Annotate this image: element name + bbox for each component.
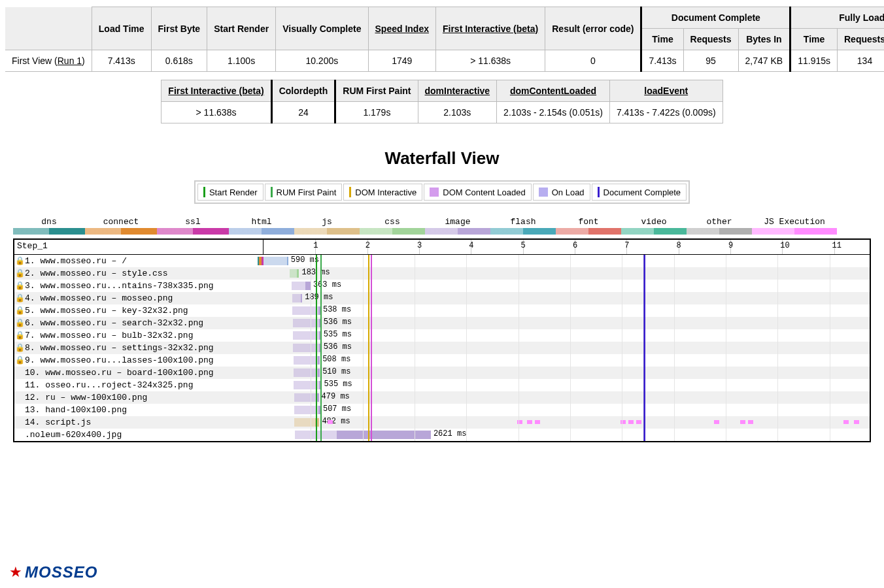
lock-icon: 🔒 [14, 343, 25, 353]
request-duration: 508 ms [322, 355, 350, 364]
request-label: 13. hand-100x100.png [25, 405, 258, 415]
waterfall-title: Waterfall View [5, 148, 879, 169]
waterfall-row[interactable]: 14. script.js482 ms [14, 416, 870, 429]
table-row: First View (Run 1) 7.413s 0.618s 1.100s … [5, 50, 884, 72]
legend-item: Start Render [197, 184, 264, 201]
lock-icon: 🔒 [14, 306, 25, 316]
waterfall-row[interactable]: .noleum-620x400.jpg2621 ms [14, 429, 870, 441]
request-label: 2. www.mosseo.ru – style.css [25, 269, 258, 278]
waterfall-chart[interactable]: Step_1 1234567891011 🔒1. www.mosseo.ru –… [13, 238, 871, 442]
waterfall-row[interactable]: 🔒9. www.mosseo.ru...lasses-100x100.png50… [14, 354, 870, 367]
metrics-table-2: First Interactive (beta) Colordepth RUM … [161, 80, 722, 123]
lock-icon: 🔒 [14, 355, 25, 365]
request-duration: 482 ms [322, 417, 350, 426]
type-legend-item: flash [490, 217, 556, 235]
request-duration: 538 ms [323, 305, 351, 314]
type-legend-item: other [687, 217, 752, 235]
waterfall-row[interactable]: 10. www.mosseo.ru – board-100x100.png510… [14, 367, 870, 379]
request-duration: 507 ms [323, 404, 351, 414]
request-duration: 479 ms [322, 392, 350, 401]
waterfall-row[interactable]: 🔒8. www.mosseo.ru – settings-32x32.png53… [14, 342, 870, 354]
waterfall-row[interactable]: 🔒6. www.mosseo.ru – search-32x32.png536 … [14, 317, 870, 329]
legend-item: Document Complete [592, 184, 687, 201]
request-duration: 590 ms [291, 255, 319, 265]
request-label: 14. script.js [25, 417, 258, 427]
request-label: 3. www.mosseo.ru...ntains-738x335.png [25, 281, 258, 291]
lock-icon: 🔒 [14, 293, 25, 303]
legend-swatch [430, 188, 439, 197]
waterfall-row[interactable]: 🔒4. www.mosseo.ru – mosseo.png189 ms [14, 292, 870, 304]
type-legend-item: html [229, 217, 294, 235]
request-duration: 535 ms [324, 330, 352, 339]
request-label: .noleum-620x400.jpg [25, 430, 258, 440]
lock-icon: 🔒 [14, 256, 25, 266]
type-legend-item: ssl [157, 217, 229, 235]
col-speed-index[interactable]: Speed Index [368, 7, 435, 50]
col-first-byte: First Byte [151, 7, 207, 50]
col-first-interactive-2[interactable]: First Interactive (beta) [162, 80, 271, 102]
waterfall-row[interactable]: 🔒7. www.mosseo.ru – bulb-32x32.png535 ms [14, 329, 870, 342]
col-dom-content-loaded[interactable]: domContentLoaded [497, 80, 610, 102]
request-label: 8. www.mosseo.ru – settings-32x32.png [25, 343, 258, 353]
col-load-time: Load Time [92, 7, 151, 50]
col-colordepth: Colordepth [271, 80, 335, 102]
waterfall-row[interactable]: 12. ru – www-100x100.png479 ms [14, 391, 870, 404]
request-duration: 535 ms [324, 380, 352, 389]
type-legend-item: connect [85, 217, 157, 235]
request-duration: 183 ms [301, 268, 330, 277]
type-legend-item: dns [13, 217, 85, 235]
type-legend-item: css [360, 217, 425, 235]
type-legend-item: JS Execution [752, 217, 837, 235]
request-label: 10. www.mosseo.ru – board-100x100.png [25, 368, 258, 378]
col-result: Result (error code) [545, 7, 641, 50]
request-label: 6. www.mosseo.ru – search-32x32.png [25, 318, 258, 328]
legend-item: RUM First Paint [265, 184, 343, 201]
request-duration: 536 ms [324, 342, 352, 351]
table-row: > 11.638s 24 1.179s 2.103s 2.103s - 2.15… [162, 102, 722, 123]
col-start-render: Start Render [207, 7, 276, 50]
group-fully-loaded: Fully Loaded [790, 7, 884, 29]
group-doc-complete: Document Complete [641, 7, 790, 29]
type-legend-item: image [425, 217, 490, 235]
row-label[interactable]: First View (Run 1) [5, 50, 92, 72]
marker-legend: Start RenderRUM First PaintDOM Interacti… [194, 180, 690, 204]
lock-icon: 🔒 [14, 318, 25, 328]
type-legend-item: font [556, 217, 621, 235]
request-duration: 2621 ms [434, 429, 466, 438]
legend-item: DOM Interactive [343, 184, 422, 201]
request-label: 1. www.mosseo.ru – / [25, 256, 258, 266]
col-first-interactive[interactable]: First Interactive (beta) [435, 7, 545, 50]
legend-item: DOM Content Loaded [424, 184, 531, 201]
waterfall-row[interactable]: 11. osseo.ru...roject-324x325.png535 ms [14, 379, 870, 391]
metrics-table-1: Load Time First Byte Start Render Visual… [5, 7, 884, 72]
request-duration: 363 ms [313, 280, 341, 289]
step-label: Step_1 [14, 240, 264, 254]
legend-swatch [271, 187, 273, 197]
legend-item: On Load [533, 184, 590, 201]
type-legend-item: js [294, 217, 360, 235]
legend-swatch [349, 187, 351, 197]
request-duration: 536 ms [324, 318, 352, 327]
lock-icon: 🔒 [14, 281, 25, 291]
waterfall-row[interactable]: 13. hand-100x100.png507 ms [14, 404, 870, 416]
request-label: 7. www.mosseo.ru – bulb-32x32.png [25, 331, 258, 340]
request-label: 12. ru – www-100x100.png [25, 393, 258, 402]
col-visually-complete: Visually Complete [276, 7, 368, 50]
col-load-event[interactable]: loadEvent [609, 80, 722, 102]
legend-swatch [598, 187, 600, 197]
waterfall-body: 🔒1. www.mosseo.ru – /590 ms🔒2. www.mosse… [14, 255, 870, 441]
request-label: 5. www.mosseo.ru – key-32x32.png [25, 306, 258, 316]
col-rum-first-paint: RUM First Paint [335, 80, 418, 102]
waterfall-row[interactable]: 🔒2. www.mosseo.ru – style.css183 ms [14, 267, 870, 280]
legend-swatch [539, 188, 548, 197]
legend-swatch [203, 187, 205, 197]
type-legend: dnsconnectsslhtmljscssimageflashfontvide… [5, 217, 879, 238]
request-label: 9. www.mosseo.ru...lasses-100x100.png [25, 355, 258, 365]
waterfall-row[interactable]: 🔒3. www.mosseo.ru...ntains-738x335.png36… [14, 280, 870, 292]
request-label: 4. www.mosseo.ru – mosseo.png [25, 293, 258, 303]
request-duration: 189 ms [305, 293, 333, 302]
waterfall-row[interactable]: 🔒5. www.mosseo.ru – key-32x32.png538 ms [14, 304, 870, 317]
col-dom-interactive[interactable]: domInteractive [418, 80, 497, 102]
request-duration: 510 ms [322, 367, 350, 376]
waterfall-row[interactable]: 🔒1. www.mosseo.ru – /590 ms [14, 255, 870, 267]
